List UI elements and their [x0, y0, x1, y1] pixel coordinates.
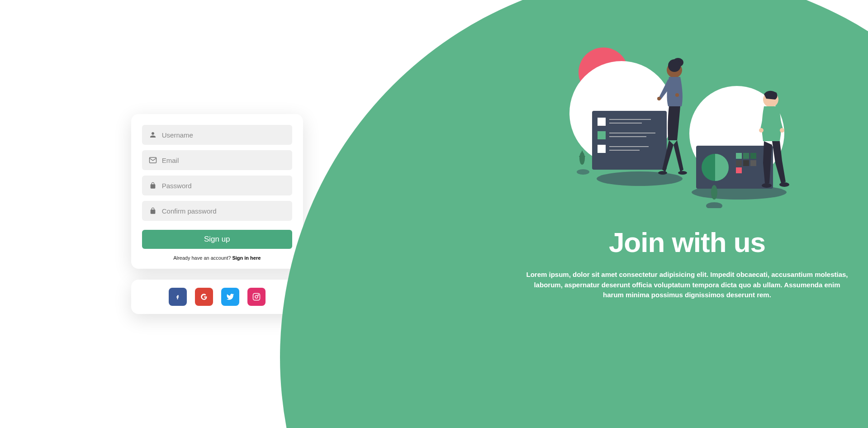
svg-rect-29 — [736, 167, 742, 173]
svg-rect-25 — [750, 153, 756, 159]
hero-title: Join with us — [506, 226, 868, 258]
svg-rect-24 — [743, 153, 749, 159]
confirm-password-input[interactable] — [142, 201, 292, 221]
hero-section: Join with us Lorem ipsum, dolor sit amet… — [325, 0, 868, 428]
facebook-button[interactable] — [169, 288, 187, 306]
instagram-icon — [252, 293, 261, 301]
svg-point-3 — [258, 295, 259, 295]
hero-content: Join with us Lorem ipsum, dolor sit amet… — [506, 0, 868, 428]
password-input[interactable] — [142, 176, 292, 195]
svg-rect-26 — [736, 160, 742, 166]
email-icon — [148, 156, 157, 165]
svg-rect-12 — [598, 118, 606, 126]
svg-point-42 — [579, 152, 585, 165]
password-wrapper — [142, 176, 292, 195]
hero-description: Lorem ipsum, dolor sit amet consectetur … — [524, 270, 850, 300]
svg-rect-15 — [598, 131, 606, 139]
svg-rect-28 — [750, 160, 756, 166]
signup-button[interactable]: Sign up — [142, 230, 292, 249]
username-input[interactable] — [142, 125, 292, 145]
svg-rect-23 — [736, 153, 742, 159]
google-button[interactable] — [195, 288, 213, 306]
svg-point-32 — [668, 59, 681, 72]
confirm-wrapper — [142, 201, 292, 221]
person-icon — [148, 130, 157, 139]
email-wrapper — [142, 150, 292, 170]
already-label: Already have an account? — [173, 255, 232, 261]
instagram-button[interactable] — [247, 288, 266, 306]
twitter-icon — [226, 293, 234, 301]
email-input[interactable] — [142, 150, 292, 170]
lock-icon — [148, 181, 157, 190]
already-account-text: Already have an account? Sign in here — [142, 255, 292, 261]
svg-point-9 — [706, 202, 722, 208]
signin-link[interactable]: Sign in here — [232, 255, 261, 261]
svg-point-38 — [759, 128, 764, 133]
svg-point-41 — [779, 182, 789, 187]
username-wrapper — [142, 125, 292, 145]
svg-rect-1 — [253, 294, 260, 300]
svg-point-35 — [658, 171, 667, 175]
svg-point-34 — [675, 93, 679, 97]
twitter-button[interactable] — [221, 288, 239, 306]
svg-point-43 — [711, 185, 717, 200]
svg-rect-27 — [743, 160, 749, 166]
svg-point-33 — [657, 97, 661, 100]
svg-point-10 — [577, 169, 589, 175]
svg-point-39 — [780, 128, 784, 133]
facebook-icon — [175, 292, 180, 301]
people-illustration — [560, 27, 814, 208]
google-icon — [200, 293, 208, 301]
svg-point-36 — [678, 171, 687, 175]
svg-rect-18 — [598, 145, 606, 153]
svg-point-7 — [597, 171, 683, 186]
signup-card: Sign up Already have an account? Sign in… — [131, 114, 303, 269]
lock-icon — [148, 206, 157, 215]
social-card — [131, 280, 303, 314]
svg-point-2 — [255, 295, 258, 298]
svg-point-40 — [762, 183, 772, 188]
